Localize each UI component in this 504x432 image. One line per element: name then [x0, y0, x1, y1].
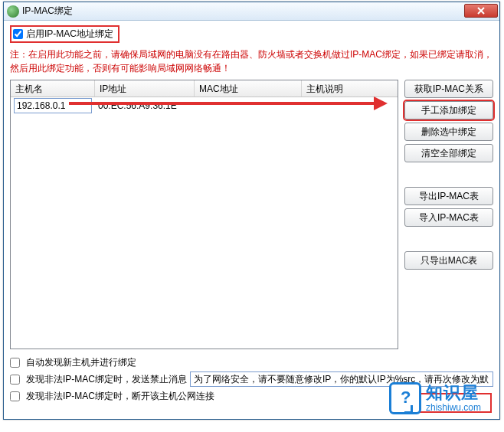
warning-note: 注：在启用此功能之前，请确保局域网的电脑没有在路由器、防火墙或者交换机做过IP-… — [10, 47, 493, 75]
enable-binding-label: 启用IP-MAC地址绑定 — [26, 28, 113, 41]
col-host[interactable]: 主机名 — [11, 80, 95, 97]
window-title: IP-MAC绑定 — [22, 5, 73, 18]
table-row[interactable]: 00:EC:56:A9:36:1E — [11, 97, 398, 114]
table-header: 主机名 IP地址 MAC地址 主机说明 — [11, 80, 398, 97]
cell-desc — [302, 104, 398, 107]
enable-binding-row: 启用IP-MAC地址绑定 — [10, 25, 119, 43]
get-ipmac-button[interactable]: 获取IP-MAC关系 — [404, 80, 493, 98]
delete-selected-button[interactable]: 删除选中绑定 — [404, 123, 493, 141]
dialog-window: IP-MAC绑定 启用IP-MAC地址绑定 注：在启用此功能之前，请确保局域网的… — [3, 2, 500, 420]
col-ip[interactable]: IP地址 — [95, 80, 195, 97]
titlebar: IP-MAC绑定 — [4, 2, 499, 21]
main-row: 主机名 IP地址 MAC地址 主机说明 00:EC:56:A9:36:1E 获取… — [10, 80, 493, 349]
illegal-msg-checkbox[interactable] — [10, 375, 20, 385]
content-area: 启用IP-MAC地址绑定 注：在启用此功能之前，请确保局域网的电脑没有在路由器、… — [4, 21, 499, 419]
app-icon — [7, 5, 19, 18]
export-ipmac-button[interactable]: 导出IP-MAC表 — [404, 187, 493, 205]
cell-ip: 00:EC:56:A9:36:1E — [95, 99, 195, 113]
binding-table: 主机名 IP地址 MAC地址 主机说明 00:EC:56:A9:36:1E — [10, 80, 398, 349]
enable-binding-checkbox[interactable] — [13, 29, 23, 39]
footer-highlight-box — [403, 393, 492, 413]
clear-all-button[interactable]: 清空全部绑定 — [404, 144, 493, 162]
illegal-msg-label: 发现非法IP-MAC绑定时，发送禁止消息 — [26, 373, 187, 386]
manual-add-button[interactable]: 手工添加绑定 — [404, 101, 493, 119]
close-icon — [476, 7, 486, 15]
col-desc[interactable]: 主机说明 — [302, 80, 398, 97]
button-column: 获取IP-MAC关系 手工添加绑定 删除选中绑定 清空全部绑定 导出IP-MAC… — [404, 80, 493, 349]
import-ipmac-button[interactable]: 导入IP-MAC表 — [404, 208, 493, 227]
illegal-disconnect-checkbox[interactable] — [10, 391, 20, 401]
illegal-disconnect-label: 发现非法IP-MAC绑定时，断开该主机公网连接 — [26, 390, 214, 403]
auto-discover-label: 自动发现新主机并进行绑定 — [26, 356, 136, 369]
cell-mac — [195, 104, 302, 107]
col-mac[interactable]: MAC地址 — [195, 80, 302, 97]
auto-discover-checkbox[interactable] — [10, 358, 20, 368]
illegal-msg-input[interactable] — [190, 371, 493, 387]
close-button[interactable] — [464, 4, 498, 18]
hostname-input[interactable] — [14, 98, 92, 113]
export-mac-button[interactable]: 只导出MAC表 — [404, 251, 493, 270]
